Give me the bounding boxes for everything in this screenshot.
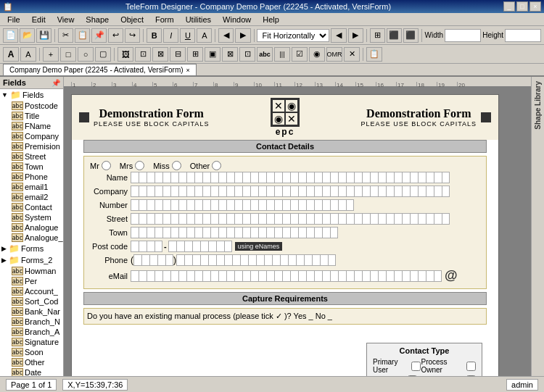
radio-mrs-input[interactable]: [135, 161, 144, 170]
arrow-left-button[interactable]: ◀: [218, 28, 234, 43]
radio-btn[interactable]: ◉: [309, 47, 325, 62]
sidebar-item-postcode[interactable]: abc Postcode: [0, 101, 63, 111]
tab-close-button[interactable]: ×: [186, 67, 190, 74]
width-input[interactable]: [445, 29, 481, 42]
grid-button[interactable]: ⊞: [370, 28, 385, 43]
sidebar-item-email1[interactable]: abc email1: [0, 182, 63, 192]
img3-btn[interactable]: ⊠: [152, 47, 168, 62]
sidebar-item-company[interactable]: abc Company: [0, 131, 63, 141]
plus-btn[interactable]: +: [43, 47, 59, 62]
menu-object[interactable]: Object: [116, 14, 148, 25]
menu-window[interactable]: Window: [218, 14, 255, 25]
sidebar-item-town[interactable]: abc Town: [0, 162, 63, 172]
separator-4: [254, 29, 255, 42]
redo-button[interactable]: ↪: [125, 28, 140, 43]
menu-file[interactable]: File: [3, 14, 25, 25]
barcode-btn[interactable]: |||: [274, 47, 290, 62]
ct-process-owner-check[interactable]: [466, 362, 476, 371]
sidebar-item-email2[interactable]: abc email2: [0, 192, 63, 202]
radio-miss-input[interactable]: [172, 161, 181, 170]
sidebar: Fields 📌 ▼ 📁 Fields abc Postcode abc Tit…: [0, 77, 64, 376]
ct-it-contact-check[interactable]: [408, 375, 417, 376]
oval-btn[interactable]: ○: [78, 47, 94, 62]
img6-btn[interactable]: ▣: [205, 47, 221, 62]
sidebar-item-title[interactable]: abc Title: [0, 111, 63, 121]
sidebar-item-banknar[interactable]: abc Bank_Nar: [0, 306, 63, 317]
bold-button[interactable]: B: [147, 28, 162, 43]
rect-btn[interactable]: □: [60, 47, 76, 62]
sidebar-item-branchn[interactable]: abc Branch_N: [0, 317, 63, 327]
sidebar-item-fields-root[interactable]: ▼ 📁 Fields: [0, 89, 63, 101]
ruler-2: 3: [112, 82, 132, 86]
align-right-button[interactable]: ⬛: [403, 28, 419, 43]
sidebar-item-system[interactable]: abc System: [0, 212, 63, 222]
text-btn[interactable]: A: [3, 47, 19, 62]
cut-button[interactable]: ✂: [58, 28, 73, 43]
sidebar-pin-button[interactable]: 📌: [51, 79, 60, 87]
sidebar-item-brancha[interactable]: abc Branch_A: [0, 327, 63, 337]
close-button[interactable]: ×: [529, 1, 541, 12]
underline-button[interactable]: U: [180, 28, 195, 43]
sidebar-item-contact[interactable]: abc Contact: [0, 202, 63, 212]
radio-mr-input[interactable]: [102, 161, 111, 170]
nav-next[interactable]: ▶: [348, 28, 363, 43]
phone-char-boxes-1: [133, 254, 173, 266]
tb-x-btn[interactable]: ✕: [344, 47, 360, 62]
align-button[interactable]: A: [197, 28, 212, 43]
sidebar-item-analogue2[interactable]: abc Analogue_: [0, 233, 63, 243]
sidebar-item-soon[interactable]: abc Soon: [0, 347, 63, 357]
sidebar-item-date[interactable]: abc Date: [0, 367, 63, 376]
sidebar-item-fname[interactable]: abc FName: [0, 121, 63, 131]
img7-btn[interactable]: ⊠: [222, 47, 238, 62]
open-button[interactable]: 📂: [20, 28, 35, 43]
main-tab[interactable]: Company Demo Paper (22245 - Activated, V…: [3, 64, 197, 75]
nav-prev[interactable]: ◀: [331, 28, 346, 43]
omr-btn[interactable]: OMR: [326, 47, 342, 62]
zoom-select[interactable]: Fit Horizontally: [257, 29, 329, 42]
sidebar-item-other[interactable]: abc Other: [0, 357, 63, 367]
save-button[interactable]: 💾: [36, 28, 51, 43]
sidebar-item-forms[interactable]: ▶ 📁 Forms: [0, 243, 63, 254]
img-btn[interactable]: 🖼: [118, 47, 133, 62]
sidebar-item-phone[interactable]: abc Phone: [0, 172, 63, 182]
undo-button[interactable]: ↩: [108, 28, 123, 43]
canvas-area[interactable]: 1 2 3 4 5 6 7 8 9 10 11 12 13 14 15 16 1…: [64, 77, 531, 376]
italic-button[interactable]: I: [163, 28, 178, 43]
align-left-button[interactable]: ⬛: [387, 28, 402, 43]
img8-btn[interactable]: ⊡: [239, 47, 255, 62]
menu-utilities[interactable]: Utilities: [181, 14, 215, 25]
sidebar-item-signature[interactable]: abc Signature: [0, 337, 63, 347]
new-button[interactable]: 📄: [3, 28, 18, 43]
menu-shape[interactable]: Shape: [81, 14, 113, 25]
sidebar-item-sortcod[interactable]: abc Sort_Cod: [0, 296, 63, 306]
sidebar-item-premision[interactable]: abc Premision: [0, 141, 63, 151]
maximize-button[interactable]: □: [516, 1, 528, 12]
field-btn[interactable]: abc: [257, 47, 273, 62]
img5-btn[interactable]: ⊞: [187, 47, 203, 62]
minimize-button[interactable]: _: [503, 1, 515, 12]
contact-type-box: Contact Type Primary User Process Owner: [366, 343, 482, 376]
paste-button[interactable]: 📌: [91, 28, 107, 43]
props-btn[interactable]: 📋: [366, 47, 382, 62]
height-input[interactable]: [505, 29, 541, 42]
ct-finance-check[interactable]: [466, 375, 476, 376]
copy-button[interactable]: 📋: [75, 28, 90, 43]
sidebar-item-per[interactable]: abc Per: [0, 276, 63, 286]
check-btn[interactable]: ☑: [292, 47, 308, 62]
img4-btn[interactable]: ⊟: [170, 47, 186, 62]
sidebar-item-account[interactable]: abc Account_: [0, 286, 63, 296]
sidebar-item-analogue[interactable]: abc Analogue: [0, 222, 63, 233]
radio-other-input[interactable]: [212, 161, 221, 170]
sidebar-item-howman[interactable]: abc Howman: [0, 266, 63, 276]
menu-edit[interactable]: Edit: [28, 14, 50, 25]
arrow-right-button[interactable]: ▶: [235, 28, 250, 43]
menu-help[interactable]: Help: [258, 14, 284, 25]
menu-form[interactable]: Form: [151, 14, 178, 25]
img2-btn[interactable]: ⊡: [135, 47, 151, 62]
font-color-btn[interactable]: A: [20, 47, 36, 62]
sidebar-item-forms2[interactable]: ▶ 📁 Forms_2: [0, 254, 63, 266]
sidebar-item-street[interactable]: abc Street: [0, 151, 63, 162]
menu-view[interactable]: View: [53, 14, 79, 25]
rounded-btn[interactable]: ▢: [95, 47, 111, 62]
ct-primary-user-check[interactable]: [411, 362, 421, 371]
